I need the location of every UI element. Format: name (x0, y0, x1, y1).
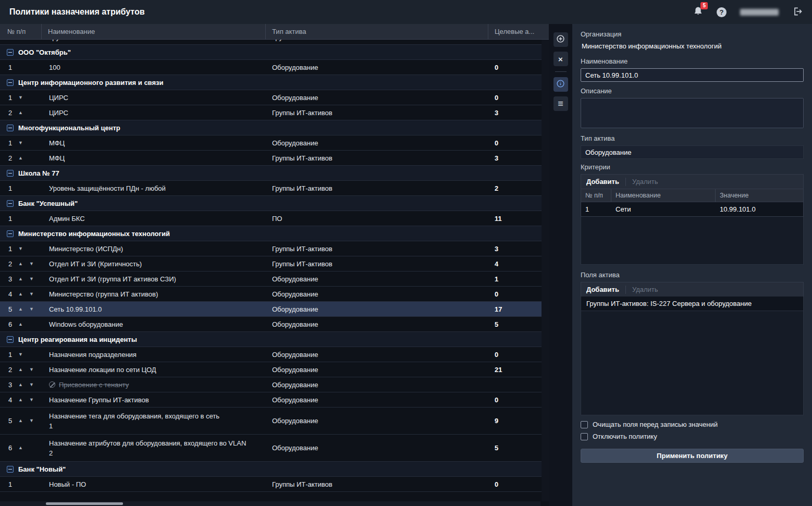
move-down-icon[interactable]: ▼ (29, 292, 34, 297)
notifications-button[interactable]: 5 (693, 6, 703, 18)
move-down-icon[interactable]: ▼ (29, 277, 34, 281)
add-policy-button[interactable] (553, 32, 568, 47)
criteria-delete-button[interactable]: Удалить (632, 178, 658, 186)
list-view-button[interactable]: ≡ (553, 96, 568, 111)
move-up-icon[interactable]: ▲ (18, 418, 23, 423)
group-header-row[interactable]: Министерство информационных технологий (0, 226, 549, 241)
help-button[interactable]: ? (717, 7, 727, 17)
collapse-icon[interactable] (7, 336, 14, 343)
policy-name-text: Назначение атрибутов для оборудования, в… (49, 439, 246, 447)
move-up-icon[interactable]: ▲ (18, 277, 23, 281)
horizontal-scroll-handle[interactable] (46, 502, 123, 505)
target-count: 3 (488, 109, 549, 117)
table-row[interactable]: 5▲▼Сеть 10.99.101.0Оборудование17 (0, 302, 549, 317)
target-count: 0 (488, 351, 549, 359)
criteria-add-button[interactable]: Добавить (586, 178, 619, 186)
column-header-1[interactable]: № п/п (0, 24, 42, 39)
table-row[interactable]: 6▲Назначение атрибутов для оборудования,… (0, 435, 549, 462)
username-blurred (740, 9, 779, 16)
table-row[interactable]: 3▲▼Присвоение с тенантуОборудование (0, 377, 549, 392)
logout-icon (792, 6, 803, 18)
table-row[interactable]: 2▲МФЦГруппы ИТ-активов3 (0, 151, 549, 166)
collapse-icon[interactable] (7, 200, 14, 207)
name-input[interactable] (581, 68, 804, 82)
move-up-icon[interactable]: ▲ (18, 382, 23, 387)
criteria-row[interactable]: 1Сети10.99.101.0 (581, 202, 804, 217)
collapse-icon[interactable] (7, 170, 14, 177)
column-header-4[interactable]: Целевые а... (488, 24, 549, 39)
table-row[interactable]: 1Админ БКСПО11 (0, 211, 549, 226)
logout-button[interactable] (792, 6, 803, 18)
move-up-icon[interactable]: ▲ (18, 367, 23, 372)
move-up-icon[interactable]: ▲ (18, 307, 23, 312)
checkbox-icon[interactable] (581, 421, 588, 428)
table-row[interactable]: 1▼МФЦОборудование0 (0, 135, 549, 151)
close-panel-button[interactable]: × (553, 52, 568, 66)
vertical-scrollbar[interactable] (542, 40, 549, 501)
group-header-row[interactable]: Банк "Новый" (0, 462, 549, 477)
collapse-icon[interactable] (7, 125, 14, 131)
move-up-icon[interactable]: ▲ (18, 262, 23, 266)
group-header-row[interactable]: Многофункциональный центр (0, 120, 549, 135)
group-header-row[interactable]: Центр информационного развития и связи (0, 75, 549, 90)
asset-fields-delete-button[interactable]: Удалить (632, 286, 658, 293)
checkbox-row-2[interactable]: Отключить политику (581, 433, 804, 440)
move-down-icon[interactable]: ▼ (18, 352, 23, 357)
table-row[interactable]: 1▼Назначения подразделенияОборудование0 (0, 347, 549, 362)
table-row[interactable]: 1▼ЦИРСОборудование0 (0, 90, 549, 105)
collapse-icon[interactable] (7, 79, 14, 86)
move-down-icon[interactable]: ▼ (29, 367, 34, 372)
table-row[interactable]: 2▲▼Назначение локации по сети ЦОДОборудо… (0, 362, 549, 377)
criteria-empty-area (581, 217, 804, 265)
move-up-icon[interactable]: ▲ (18, 398, 23, 402)
description-textarea[interactable] (581, 98, 804, 128)
table-row[interactable]: 6▲Windows оборудованиеОборудование5 (0, 317, 549, 332)
asset-type-value[interactable]: Оборудование (581, 145, 804, 159)
table-row[interactable]: 1▼Министерство (ИСПДн)Группы ИТ-активов3 (0, 241, 549, 256)
move-up-icon[interactable]: ▲ (18, 322, 23, 327)
policy-name-cell: ЦИРС (42, 109, 266, 117)
move-down-icon[interactable]: ▼ (29, 418, 34, 423)
table-row[interactable]: 1Новый - ПОГруппы ИТ-активов0 (0, 477, 549, 492)
move-down-icon[interactable]: ▼ (29, 307, 34, 312)
collapse-icon[interactable] (7, 230, 14, 237)
table-row[interactable]: 5▲▼Назначение тега для оборудования, вхо… (0, 408, 549, 435)
asset-field-item[interactable]: Группы ИТ-активов: IS-227 Сервера и обор… (581, 297, 803, 311)
move-down-icon[interactable]: ▼ (18, 246, 23, 251)
group-header-row[interactable]: Банк "Успешный" (0, 196, 549, 211)
move-up-icon[interactable]: ▲ (18, 446, 23, 450)
policy-name: Админ БКС (49, 215, 85, 223)
move-down-icon[interactable]: ▼ (18, 141, 23, 145)
apply-policy-button[interactable]: Применить политику (581, 449, 804, 463)
move-up-icon[interactable]: ▲ (18, 110, 23, 115)
move-up-icon[interactable]: ▲ (18, 156, 23, 161)
move-down-icon[interactable]: ▼ (29, 262, 34, 266)
asset-fields-add-button[interactable]: Добавить (586, 286, 619, 293)
collapse-icon[interactable] (7, 49, 14, 56)
table-row[interactable]: 2▲▼Отдел ИТ и ЗИ (Критичность)Группы ИТ-… (0, 256, 549, 271)
table-row[interactable]: 3▲▼Отдел ИТ и ЗИ (группа ИТ активов СЗИ)… (0, 271, 549, 287)
group-header-row[interactable]: ООО "Октябрь" (0, 45, 549, 60)
move-down-icon[interactable]: ▼ (18, 95, 23, 100)
move-down-icon[interactable]: ▼ (29, 398, 34, 402)
column-header-2[interactable]: Наименование (42, 24, 266, 39)
group-header-row[interactable]: Школа № 77 (0, 166, 549, 181)
policy-name-text: Назначение тега для оборудования, входящ… (49, 412, 219, 420)
column-header-3[interactable]: Тип актива (266, 24, 488, 39)
table-row[interactable]: 1Уровень защищённости ПДн - любойГруппы … (0, 181, 549, 196)
horizontal-scrollbar[interactable] (0, 501, 540, 506)
collapse-icon[interactable] (7, 466, 14, 473)
info-panel-button[interactable] (553, 77, 568, 92)
table-row[interactable]: 4▲▼Назначение Группы ИТ-активовОборудова… (0, 392, 549, 408)
move-up-icon[interactable]: ▲ (18, 292, 23, 297)
group-header-row[interactable]: Центр реагирования на инциденты (0, 332, 549, 347)
table-row[interactable]: 4▲▼Министерство (группа ИТ активов)Обору… (0, 287, 549, 302)
checkbox-row-1[interactable]: Очищать поля перед записью значений (581, 421, 804, 428)
policy-name-text: МФЦ (49, 139, 65, 147)
checkbox-icon[interactable] (581, 433, 588, 440)
move-down-icon[interactable]: ▼ (29, 382, 34, 387)
table-row[interactable]: 2▲ЦИРСГруппы ИТ-активов3 (0, 105, 549, 120)
policy-name-text: 100 (49, 64, 60, 71)
criteria-value: 10.99.101.0 (716, 205, 760, 213)
table-row[interactable]: 1100Оборудование0 (0, 60, 549, 75)
